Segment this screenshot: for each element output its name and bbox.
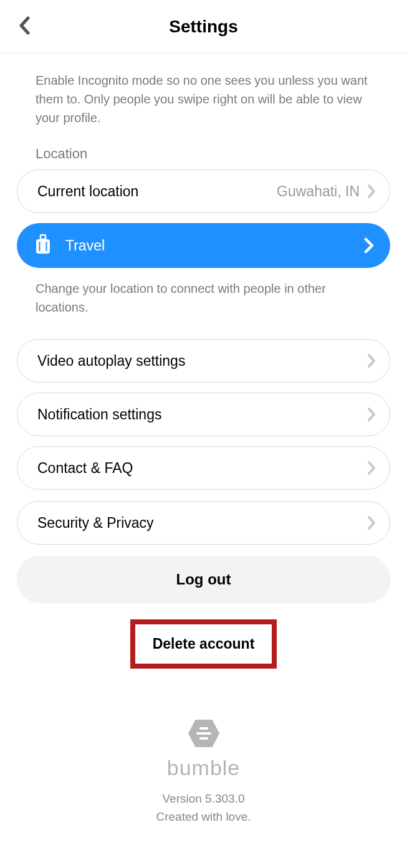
chevron-right-icon xyxy=(367,353,376,368)
current-location-value: Guwahati, IN xyxy=(277,183,360,200)
contact-faq-row[interactable]: Contact & FAQ xyxy=(17,446,390,490)
brand-name: bumble xyxy=(17,756,390,780)
current-location-label: Current location xyxy=(37,183,277,200)
bumble-logo-icon xyxy=(187,718,221,751)
current-location-row[interactable]: Current location Guwahati, IN xyxy=(17,169,390,213)
chevron-right-icon xyxy=(367,184,376,199)
version-text: Version 5.303.0 xyxy=(17,790,390,808)
contact-faq-label: Contact & FAQ xyxy=(37,460,367,477)
chevron-right-icon xyxy=(364,237,374,254)
delete-account-button[interactable]: Delete account xyxy=(130,619,277,669)
chevron-left-icon xyxy=(19,16,30,35)
travel-row[interactable]: Travel xyxy=(17,223,390,268)
chevron-right-icon xyxy=(367,407,376,422)
svg-rect-0 xyxy=(41,235,45,239)
footer: bumble Version 5.303.0 Created with love… xyxy=(17,718,390,826)
chevron-right-icon xyxy=(367,515,376,530)
svg-rect-7 xyxy=(199,737,208,740)
delete-account-label: Delete account xyxy=(153,636,255,652)
chevron-right-icon xyxy=(367,460,376,475)
tagline-text: Created with love. xyxy=(17,808,390,826)
logout-label: Log out xyxy=(176,571,231,588)
logout-button[interactable]: Log out xyxy=(17,556,390,603)
svg-rect-6 xyxy=(196,732,211,735)
location-section-label: Location xyxy=(17,146,390,169)
svg-rect-5 xyxy=(199,727,208,730)
incognito-description: Enable Incognito mode so no one sees you… xyxy=(17,54,390,146)
security-privacy-label: Security & Privacy xyxy=(37,515,367,532)
video-autoplay-row[interactable]: Video autoplay settings xyxy=(17,339,390,383)
header: Settings xyxy=(0,0,407,54)
notification-settings-label: Notification settings xyxy=(37,406,367,423)
travel-label: Travel xyxy=(65,237,364,254)
security-privacy-row[interactable]: Security & Privacy xyxy=(17,501,390,545)
back-button[interactable] xyxy=(19,16,30,37)
notification-settings-row[interactable]: Notification settings xyxy=(17,393,390,436)
travel-description: Change your location to connect with peo… xyxy=(17,277,390,339)
page-title: Settings xyxy=(0,17,407,37)
suitcase-icon xyxy=(34,234,52,257)
video-autoplay-label: Video autoplay settings xyxy=(37,353,367,370)
svg-rect-1 xyxy=(36,239,50,254)
